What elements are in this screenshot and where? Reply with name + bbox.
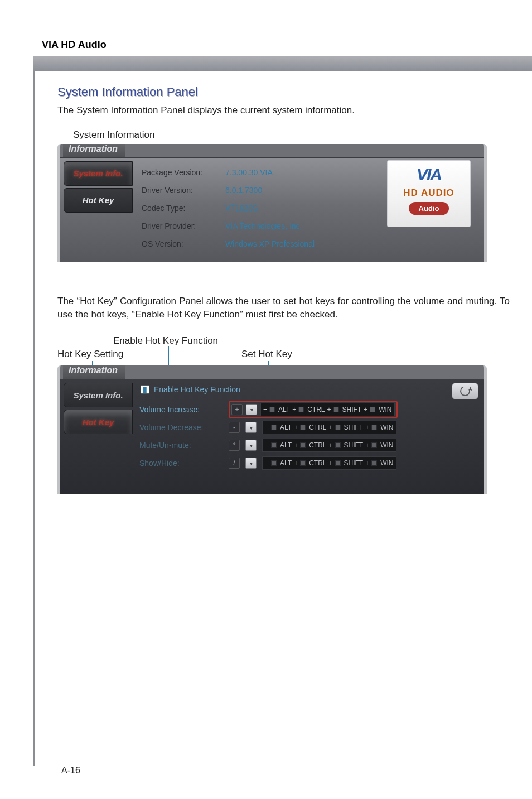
- hk-key-dropdown[interactable]: ▾: [245, 440, 257, 451]
- side-tabs: System Info. Hot Key: [60, 379, 133, 494]
- panel-tab-information[interactable]: Information: [63, 365, 125, 379]
- refresh-icon: [458, 385, 471, 398]
- label: Driver Provider:: [142, 222, 225, 230]
- label: Codec Type:: [142, 204, 225, 213]
- value: 6.0.1.7300: [225, 186, 262, 195]
- audio-pill: Audio: [409, 202, 449, 215]
- label: Driver Version:: [142, 186, 225, 195]
- annot-enable: Enable Hot Key Function: [113, 335, 218, 346]
- row-os-version: OS Version: Windows XP Professional: [142, 235, 478, 253]
- hk-modifiers[interactable]: +ALT +CTRL +SHIFT +WIN: [260, 403, 395, 416]
- value: VIA Technologies, Inc.: [225, 222, 302, 230]
- hk-modifiers[interactable]: +ALT +CTRL +SHIFT +WIN: [262, 421, 396, 434]
- value: 7.3.00.30.VIA: [225, 168, 273, 177]
- hk-label: Volume Decrease:: [139, 423, 223, 432]
- figure-caption-sysinfo: System Information: [73, 129, 510, 141]
- hotkey-panel: Information System Info. Hot Key ▮ Enabl…: [57, 365, 487, 494]
- hotkey-content: ▮ Enable Hot Key Function Volume Increas…: [133, 379, 484, 494]
- sysinfo-panel-body: System Info. Hot Key Package Version: 7.…: [60, 157, 484, 262]
- sidebar-item-system-info[interactable]: System Info.: [64, 383, 133, 407]
- side-tabs: System Info. Hot Key: [60, 158, 133, 262]
- hk-key-dropdown[interactable]: ▾: [246, 404, 257, 415]
- row-mute-unmute: Mute/Un-mute: * ▾ +ALT +CTRL +SHIFT +WIN: [139, 436, 477, 454]
- hd-audio-text: HD AUDIO: [403, 187, 454, 199]
- hk-key-dropdown[interactable]: ▾: [245, 458, 257, 469]
- hk-modifiers[interactable]: +ALT +CTRL +SHIFT +WIN: [262, 439, 396, 452]
- hk-key-field[interactable]: +: [231, 404, 243, 415]
- content-area: System Information Panel The System Info…: [33, 71, 532, 766]
- hk-label: Volume Increase:: [139, 405, 223, 414]
- panel-tab-information[interactable]: Information: [63, 144, 125, 157]
- via-logo-box: VIA HD AUDIO Audio: [387, 160, 471, 227]
- hk-key-field[interactable]: /: [229, 458, 240, 469]
- header-divider: [33, 56, 532, 71]
- hotkey-description: The “Hot Key” Configuration Panel allows…: [57, 295, 510, 322]
- section-title: System Information Panel: [57, 85, 510, 99]
- label: OS Version:: [142, 239, 225, 248]
- value: Windows XP Professional: [225, 239, 315, 248]
- hk-combo-highlight: + ▾ +ALT +CTRL +SHIFT +WIN: [229, 401, 398, 418]
- enable-hotkey-checkbox[interactable]: ▮: [141, 385, 149, 394]
- sysinfo-panel: Information System Info. Hot Key Package…: [57, 144, 487, 262]
- document-page: VIA HD Audio System Information Panel Th…: [0, 0, 532, 799]
- via-logo-text: VIA: [417, 165, 441, 184]
- sidebar-item-hot-key[interactable]: Hot Key: [64, 188, 133, 213]
- annotation-row: Enable Hot Key Function Hot Key Setting …: [57, 335, 510, 365]
- hk-key-dropdown[interactable]: ▾: [245, 422, 257, 433]
- sysinfo-grid: Package Version: 7.3.00.30.VIA Driver Ve…: [133, 158, 484, 262]
- annot-hotkey-setting: Hot Key Setting: [57, 349, 123, 360]
- enable-hotkey-row[interactable]: ▮ Enable Hot Key Function: [141, 385, 477, 394]
- sidebar-item-system-info[interactable]: System Info.: [64, 161, 133, 186]
- hk-label: Show/Hide:: [139, 459, 223, 468]
- row-volume-decrease: Volume Decrease: - ▾ +ALT +CTRL +SHIFT +…: [139, 418, 477, 436]
- page-header: VIA HD Audio: [42, 39, 107, 51]
- row-show-hide: Show/Hide: / ▾ +ALT +CTRL +SHIFT +WIN: [139, 454, 477, 472]
- hk-key-field[interactable]: -: [229, 422, 240, 433]
- row-volume-increase: Volume Increase: + ▾ +ALT +CTRL +SHIFT +…: [139, 401, 477, 418]
- hk-label: Mute/Un-mute:: [139, 441, 223, 450]
- enable-hotkey-label: Enable Hot Key Function: [154, 385, 240, 394]
- hk-key-field[interactable]: *: [229, 440, 240, 451]
- refresh-button[interactable]: [452, 383, 478, 399]
- hk-modifiers[interactable]: +ALT +CTRL +SHIFT +WIN: [262, 456, 396, 470]
- hotkey-panel-body: System Info. Hot Key ▮ Enable Hot Key Fu…: [60, 379, 484, 494]
- annot-set-hotkey: Set Hot Key: [241, 349, 292, 360]
- page-number: A-16: [61, 766, 80, 776]
- sidebar-item-hot-key[interactable]: Hot Key: [64, 410, 133, 434]
- section-description: The System Information Panel displays th…: [57, 104, 510, 117]
- value: VT1828S: [225, 204, 258, 213]
- label: Package Version:: [142, 168, 225, 177]
